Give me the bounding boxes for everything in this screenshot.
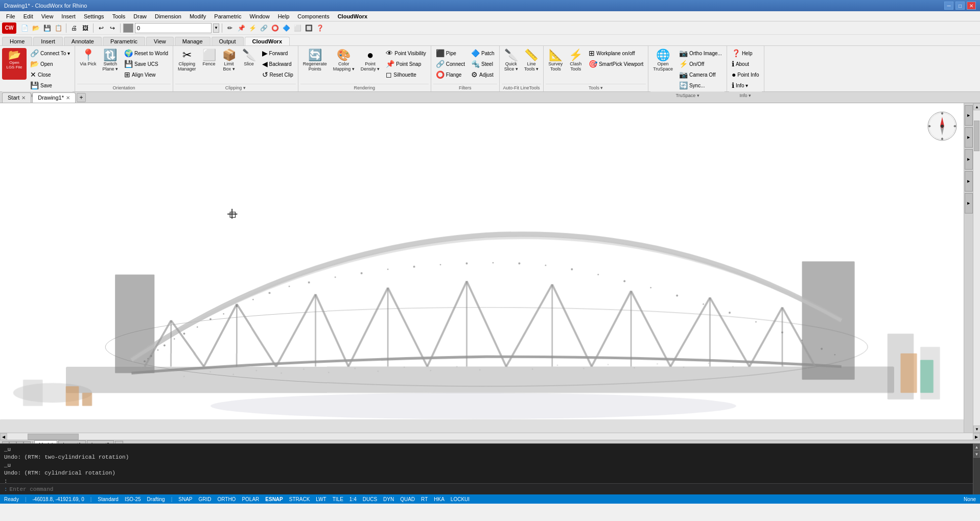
scroll-thumb-h[interactable] <box>28 434 79 440</box>
tb-icon5[interactable]: ⭕ <box>270 23 280 33</box>
tab-parametric[interactable]: Parametric <box>103 37 145 45</box>
workplane-button[interactable]: ⊞Workplane on/off <box>586 48 646 58</box>
status-dyn[interactable]: DYN <box>383 496 394 502</box>
undo-button[interactable]: ↩ <box>96 23 106 33</box>
console-input[interactable] <box>10 486 969 492</box>
menu-view[interactable]: View <box>37 11 58 21</box>
via-pick-button[interactable]: 📍 Via Pick <box>77 48 99 80</box>
scroll-up-btn[interactable]: ▲ <box>973 103 980 110</box>
status-ducs[interactable]: DUCS <box>363 496 377 502</box>
tab-cloudworx[interactable]: CloudWorx <box>245 37 290 45</box>
status-polar[interactable]: POLAR <box>242 496 259 502</box>
status-strack[interactable]: STRACK <box>289 496 310 502</box>
limit-box-button[interactable]: 📦 LimitBox ▾ <box>220 48 239 80</box>
steel-button[interactable]: 🔩Steel <box>469 59 497 69</box>
tb-icon7[interactable]: ⬜ <box>292 23 302 33</box>
reset-clip-button[interactable]: ↺Reset Clip <box>260 69 296 80</box>
tb-icon2[interactable]: 📌 <box>236 23 246 33</box>
viewport-scrollbar-h[interactable]: ◀ ▶ <box>0 433 980 440</box>
quick-slice-button[interactable]: 🔪 QuickSlice ▾ <box>502 48 521 80</box>
right-panel-btn3[interactable]: ▶ <box>965 149 973 170</box>
tab-manage[interactable]: Manage <box>175 37 211 45</box>
adjust-button[interactable]: ⚙Adjust <box>469 69 497 80</box>
save-button-ribbon[interactable]: 💾Save <box>28 80 73 90</box>
right-panel-btn4[interactable]: ▶ <box>965 171 973 192</box>
tb-icon6[interactable]: 🔷 <box>281 23 291 33</box>
status-hka[interactable]: HKA <box>434 496 445 502</box>
reset-to-world-button[interactable]: 🌍Reset to World <box>122 48 171 58</box>
menu-components[interactable]: Components <box>293 11 333 21</box>
silhouette-button[interactable]: ◻Silhouette <box>383 69 429 80</box>
switch-plane-button[interactable]: 🔃 SwitchPlane ▾ <box>100 48 121 80</box>
scroll-track-v[interactable] <box>973 110 980 425</box>
clipping-manager-button[interactable]: ✂ ClippingManager <box>175 48 199 80</box>
tb-icon1[interactable]: ✏ <box>225 23 235 33</box>
tb-icon8[interactable]: 🔲 <box>304 23 314 33</box>
tab-annotate[interactable]: Annotate <box>64 37 102 45</box>
open-button[interactable]: 📂 <box>31 23 41 33</box>
menu-tools[interactable]: Tools <box>108 11 130 21</box>
doc-tab-start[interactable]: Start ✕ <box>2 92 31 103</box>
redo-button[interactable]: ↪ <box>107 23 118 33</box>
open-button-ribbon[interactable]: 📂Open <box>28 59 73 69</box>
fence-button[interactable]: ⬜ Fence <box>200 48 219 80</box>
line-tools-button[interactable]: 📏 LineTools ▾ <box>522 48 542 80</box>
flange-button[interactable]: ⭕Flange <box>433 69 468 80</box>
tab-output[interactable]: Output <box>212 37 244 45</box>
viewport-scrollbar-v[interactable]: ▲ ▼ <box>973 103 980 433</box>
status-grid[interactable]: GRID <box>198 496 211 502</box>
doc-tab-add[interactable]: + <box>77 93 86 102</box>
scroll-down-btn[interactable]: ▼ <box>973 425 980 433</box>
scroll-thumb-v[interactable] <box>974 121 979 151</box>
right-panel-btn2[interactable]: ▶ <box>965 127 973 148</box>
right-panel-btn1[interactable]: ▶ <box>965 105 973 126</box>
regenerate-points-button[interactable]: 🔄 RegeneratePoints <box>300 48 330 80</box>
point-snap-button[interactable]: 📌Point Snap <box>383 59 429 69</box>
tab-home[interactable]: Home <box>2 37 32 45</box>
tb-icon3[interactable]: ⚡ <box>247 23 258 33</box>
status-none[interactable]: None <box>964 496 976 502</box>
backward-button[interactable]: ◀Backward <box>260 59 296 69</box>
connect-button[interactable]: 🔗Connect <box>433 59 468 69</box>
sync-button[interactable]: 🔄Sync... <box>676 80 725 90</box>
save-ucs-button[interactable]: 💾Save UCS <box>122 59 171 69</box>
about-button[interactable]: ℹAbout <box>729 59 762 69</box>
status-tile[interactable]: TILE <box>333 496 343 502</box>
menu-help[interactable]: Help <box>274 11 294 21</box>
color-mapping-button[interactable]: 🎨 ColorMapping ▾ <box>331 48 357 80</box>
tb-icon9[interactable]: ❓ <box>315 23 325 33</box>
viewport[interactable]: ▶ ▶ ▶ ▶ ▶ <box>0 103 973 433</box>
menu-window[interactable]: Window <box>246 11 274 21</box>
patch-button[interactable]: 🔷Patch <box>469 48 497 58</box>
status-ortho[interactable]: ORTHO <box>217 496 236 502</box>
menu-edit[interactable]: Edit <box>19 11 37 21</box>
align-view-button[interactable]: ⊞Align View <box>122 69 171 80</box>
menu-dimension[interactable]: Dimension <box>151 11 185 21</box>
point-visibility-button[interactable]: 👁Point Visibility <box>383 48 429 58</box>
save-button[interactable]: 💾 <box>42 23 52 33</box>
pipe-button[interactable]: ⬛Pipe <box>433 48 468 58</box>
status-snap[interactable]: SNAP <box>178 496 192 502</box>
open-lgs-button[interactable]: 📂 OpenLGS File <box>2 48 27 80</box>
doc-tab-drawing1[interactable]: Drawing1* ✕ <box>32 92 76 103</box>
help-button[interactable]: ❓Help <box>729 48 762 58</box>
menu-cloudworx[interactable]: CloudWorx <box>334 11 371 21</box>
menu-file[interactable]: File <box>2 11 19 21</box>
slice-button[interactable]: 🔪 Slice <box>240 48 259 80</box>
minimize-button[interactable]: ─ <box>944 2 953 10</box>
connect-to-button[interactable]: 🔗Connect To ▾ <box>28 48 73 58</box>
close-button-ribbon[interactable]: ✕Close <box>28 69 73 80</box>
plot-button[interactable]: 🖨 <box>69 23 79 33</box>
status-esnap[interactable]: ESNAP <box>265 496 283 502</box>
right-panel-btn5[interactable]: ▶ <box>965 193 973 214</box>
layer-input[interactable] <box>135 23 212 33</box>
menu-insert[interactable]: Insert <box>57 11 80 21</box>
menu-modify[interactable]: Modify <box>185 11 210 21</box>
camera-off-button[interactable]: 📷Camera Off <box>676 69 725 80</box>
tab-view[interactable]: View <box>146 37 174 45</box>
scroll-left-btn[interactable]: ◀ <box>0 433 7 440</box>
menu-draw[interactable]: Draw <box>129 11 151 21</box>
console-scrollbar[interactable]: ▲ ▼ <box>973 443 980 494</box>
tb-icon4[interactable]: 🔗 <box>259 23 269 33</box>
open-truspace-button[interactable]: 🌐 OpenTruSpace <box>650 48 675 80</box>
